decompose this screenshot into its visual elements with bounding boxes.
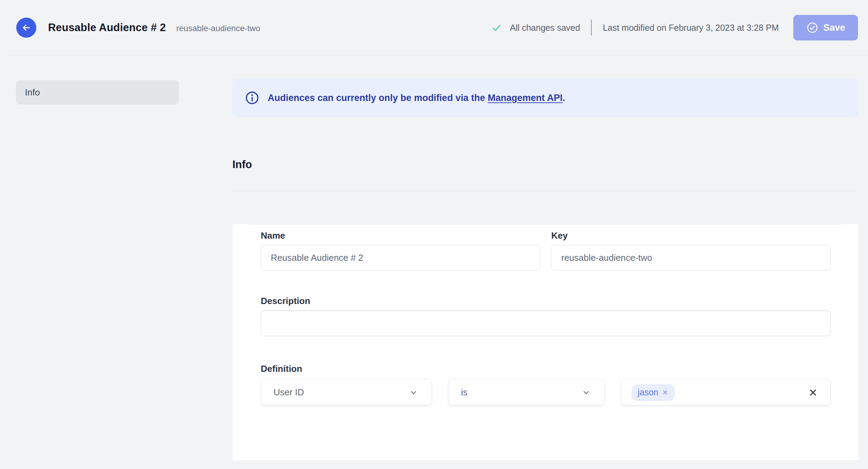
saved-status-text: All changes saved — [510, 23, 580, 33]
banner-text-after: . — [563, 93, 565, 103]
last-modified-text: Last modified on February 3, 2023 at 3:2… — [603, 23, 779, 33]
back-button[interactable] — [16, 18, 36, 38]
x-icon — [808, 388, 818, 397]
definition-operator-select-value: is — [461, 387, 468, 398]
header-right: All changes saved Last modified on Febru… — [491, 15, 858, 40]
key-input[interactable] — [551, 245, 831, 270]
section-divider — [232, 191, 858, 191]
key-label: Key — [551, 230, 831, 241]
name-field-group: Name — [261, 230, 540, 270]
value-chip-label: jason — [638, 387, 658, 397]
value-chip[interactable]: jason — [631, 384, 675, 401]
definition-operator-select[interactable]: is — [448, 379, 604, 405]
page-subtitle: reusable-audience-two — [176, 24, 260, 33]
info-banner: Audiences can currently only be modified… — [232, 79, 858, 117]
description-label: Description — [261, 296, 831, 306]
banner-text-before: Audiences can currently only be modified… — [268, 93, 488, 103]
header-left: Reusable Audience # 2 reusable-audience-… — [16, 18, 260, 38]
page-header: Reusable Audience # 2 reusable-audience-… — [0, 0, 868, 55]
description-field-group: Description — [261, 296, 831, 338]
definition-row: User ID is — [261, 379, 831, 405]
definition-values-input[interactable]: jason — [621, 379, 831, 405]
content: Info Audiences can currently only be mod… — [0, 55, 868, 460]
clear-values-button[interactable] — [808, 388, 818, 397]
main-panel: Audiences can currently only be modified… — [232, 55, 858, 460]
sidebar: Info — [16, 80, 179, 104]
name-label: Name — [261, 230, 540, 241]
audience-editor-page: Reusable Audience # 2 reusable-audience-… — [0, 0, 868, 469]
chevron-down-icon — [582, 388, 590, 397]
definition-field-select-value: User ID — [274, 387, 304, 398]
sidebar-item-info[interactable]: Info — [16, 80, 179, 104]
info-circle-icon — [245, 91, 259, 105]
definition-field-group: Definition User ID is — [261, 364, 831, 405]
card-top-divider — [249, 224, 841, 224]
title-group: Reusable Audience # 2 reusable-audience-… — [48, 21, 260, 34]
definition-label: Definition — [261, 364, 831, 374]
check-icon — [491, 22, 502, 33]
page-title: Reusable Audience # 2 — [48, 21, 166, 34]
remove-chip-button[interactable] — [662, 389, 668, 396]
sidebar-item-label: Info — [25, 87, 40, 98]
section-title: Info — [232, 158, 858, 171]
definition-field-select[interactable]: User ID — [261, 379, 432, 405]
description-input[interactable] — [261, 310, 831, 336]
name-key-row: Name Key — [261, 230, 831, 270]
chevron-down-icon — [409, 388, 418, 397]
save-button[interactable]: Save — [793, 15, 858, 40]
banner-text: Audiences can currently only be modified… — [268, 93, 565, 103]
saved-status: All changes saved — [491, 22, 580, 33]
x-icon — [662, 389, 668, 396]
info-card: Name Key Description Definition — [232, 224, 858, 460]
header-divider — [591, 20, 592, 36]
management-api-link[interactable]: Management API — [488, 93, 563, 103]
save-button-label: Save — [823, 22, 845, 33]
circle-check-icon — [806, 21, 819, 34]
key-field-group: Key — [551, 230, 831, 270]
name-input[interactable] — [261, 245, 540, 270]
arrow-left-icon — [21, 22, 31, 33]
